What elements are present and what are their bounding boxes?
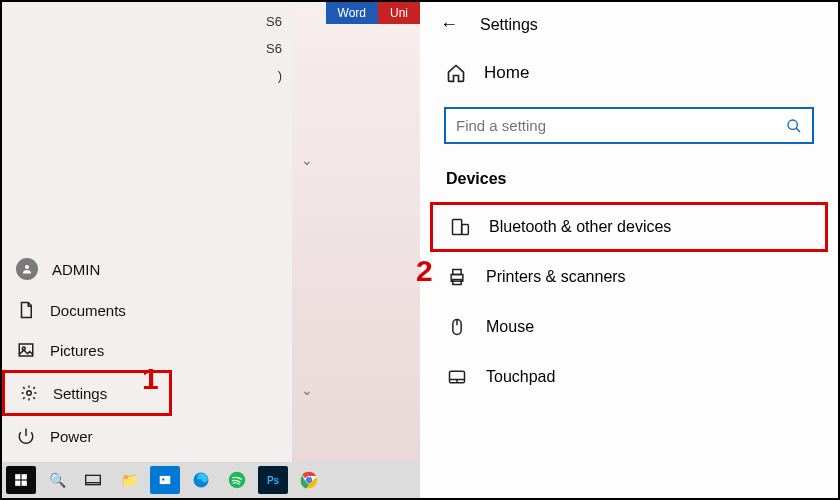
svg-rect-19 xyxy=(462,225,469,235)
printers-label: Printers & scanners xyxy=(486,268,626,286)
mouse-item[interactable]: Mouse xyxy=(420,302,838,352)
settings-panel: ← Settings Home Devices 2 Bluetooth & ot… xyxy=(420,2,838,498)
search-input[interactable] xyxy=(444,107,814,144)
app-fragment: S6 xyxy=(172,8,292,35)
svg-rect-4 xyxy=(15,474,20,479)
document-icon xyxy=(16,300,36,320)
power-label: Power xyxy=(50,428,93,445)
home-icon xyxy=(446,63,466,83)
svg-rect-18 xyxy=(453,220,462,235)
settings-title: Settings xyxy=(480,16,538,34)
bluetooth-item[interactable]: Bluetooth & other devices xyxy=(430,202,828,252)
svg-rect-10 xyxy=(160,476,171,484)
gear-icon xyxy=(19,383,39,403)
power-icon xyxy=(16,426,36,446)
annotation-step-2: 2 xyxy=(416,254,433,288)
tile-word[interactable]: Word xyxy=(326,2,378,24)
apps-list-fragment: S6 S6 ) xyxy=(172,2,292,462)
start-button[interactable] xyxy=(6,466,36,494)
search-container xyxy=(444,107,814,144)
svg-rect-21 xyxy=(453,270,461,275)
svg-rect-1 xyxy=(19,344,33,356)
spotify-icon[interactable] xyxy=(222,466,252,494)
chrome-icon[interactable] xyxy=(294,466,324,494)
svg-point-3 xyxy=(27,391,32,396)
svg-point-13 xyxy=(229,472,246,489)
home-label: Home xyxy=(484,63,529,83)
svg-rect-5 xyxy=(22,474,27,479)
bluetooth-label: Bluetooth & other devices xyxy=(489,218,671,236)
touchpad-label: Touchpad xyxy=(486,368,555,386)
settings-header: ← Settings xyxy=(420,2,838,53)
start-tiles: Word Uni xyxy=(326,2,420,24)
settings-label: Settings xyxy=(53,385,107,402)
chevron-down-icon[interactable]: ⌄ xyxy=(292,152,322,168)
file-explorer-icon[interactable]: 📁 xyxy=(114,466,144,494)
taskview-icon[interactable] xyxy=(78,466,108,494)
pictures-label: Pictures xyxy=(50,342,104,359)
svg-rect-7 xyxy=(22,481,27,486)
user-label: ADMIN xyxy=(52,261,100,278)
pictures-icon xyxy=(16,340,36,360)
printer-icon xyxy=(446,266,468,288)
devices-section-title: Devices xyxy=(420,164,838,202)
documents-item[interactable]: Documents xyxy=(2,290,172,330)
chevron-down-icon[interactable]: ⌄ xyxy=(292,382,322,398)
documents-label: Documents xyxy=(50,302,126,319)
svg-point-15 xyxy=(306,477,312,483)
svg-rect-22 xyxy=(453,280,461,285)
photoshop-icon[interactable]: Ps xyxy=(258,466,288,494)
tile-unikey[interactable]: Uni xyxy=(378,2,420,24)
svg-point-16 xyxy=(788,120,797,129)
printers-item[interactable]: Printers & scanners xyxy=(420,252,838,302)
start-menu-panel: Word Uni S6 S6 ) ⌄ ⌄ ADMIN Documents xyxy=(2,2,420,498)
taskbar: 🔍 📁 Ps xyxy=(2,462,420,498)
mouse-label: Mouse xyxy=(486,318,534,336)
app-fragment: S6 xyxy=(172,35,292,62)
edge-icon[interactable] xyxy=(186,466,216,494)
avatar-icon xyxy=(16,258,38,280)
home-item[interactable]: Home xyxy=(420,53,838,93)
bluetooth-devices-icon xyxy=(449,216,471,238)
mouse-icon xyxy=(446,316,468,338)
search-icon xyxy=(786,118,802,134)
svg-line-17 xyxy=(796,128,800,132)
photos-app-icon[interactable] xyxy=(150,466,180,494)
touchpad-item[interactable]: Touchpad xyxy=(420,352,838,402)
svg-point-0 xyxy=(25,265,29,269)
back-arrow-icon[interactable]: ← xyxy=(440,14,458,35)
svg-rect-6 xyxy=(15,481,20,486)
svg-point-11 xyxy=(162,478,164,480)
power-item[interactable]: Power xyxy=(2,416,172,456)
user-account[interactable]: ADMIN xyxy=(2,248,172,290)
taskbar-search-icon[interactable]: 🔍 xyxy=(42,466,72,494)
app-fragment: ) xyxy=(172,62,292,89)
touchpad-icon xyxy=(446,366,468,388)
annotation-step-1: 1 xyxy=(142,362,159,396)
